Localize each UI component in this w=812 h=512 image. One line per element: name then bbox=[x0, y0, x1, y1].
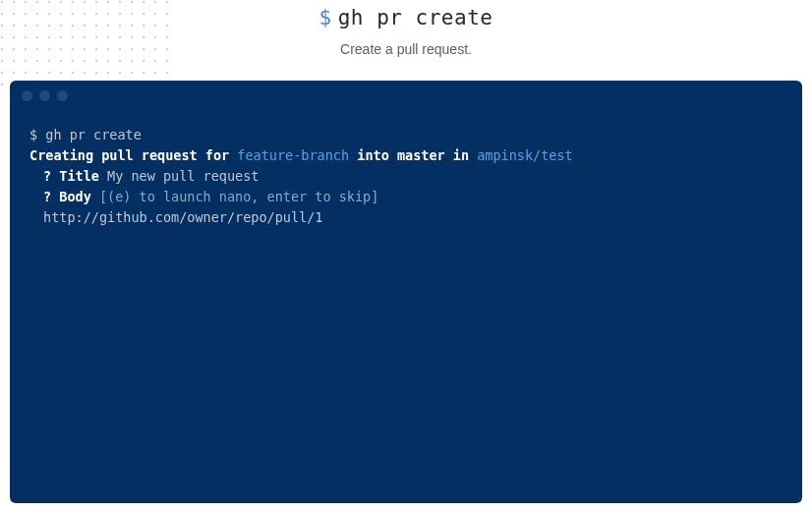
prompt-symbol: $ bbox=[319, 6, 332, 29]
close-icon[interactable] bbox=[22, 90, 32, 101]
command-text: gh pr create bbox=[338, 6, 493, 29]
terminal-titlebar bbox=[10, 81, 802, 111]
header-command: $gh pr create bbox=[0, 6, 812, 29]
terminal-body-line: ? Body [(e) to launch nano, enter to ski… bbox=[29, 187, 783, 207]
terminal-body: $ gh pr create Creating pull request for… bbox=[10, 111, 802, 248]
zoom-icon[interactable] bbox=[57, 90, 68, 101]
terminal-url-line: http://github.com/owner/repo/pull/1 bbox=[29, 207, 783, 228]
terminal-status-line: Creating pull request for feature-branch… bbox=[29, 145, 783, 166]
terminal-title-line: ? Title My new pull request bbox=[29, 166, 783, 187]
minimize-icon[interactable] bbox=[39, 90, 50, 101]
terminal-window: $ gh pr create Creating pull request for… bbox=[10, 81, 802, 503]
page-header: $gh pr create Create a pull request. bbox=[0, 0, 812, 57]
header-description: Create a pull request. bbox=[0, 41, 812, 57]
terminal-prompt-line: $ gh pr create bbox=[29, 125, 783, 145]
